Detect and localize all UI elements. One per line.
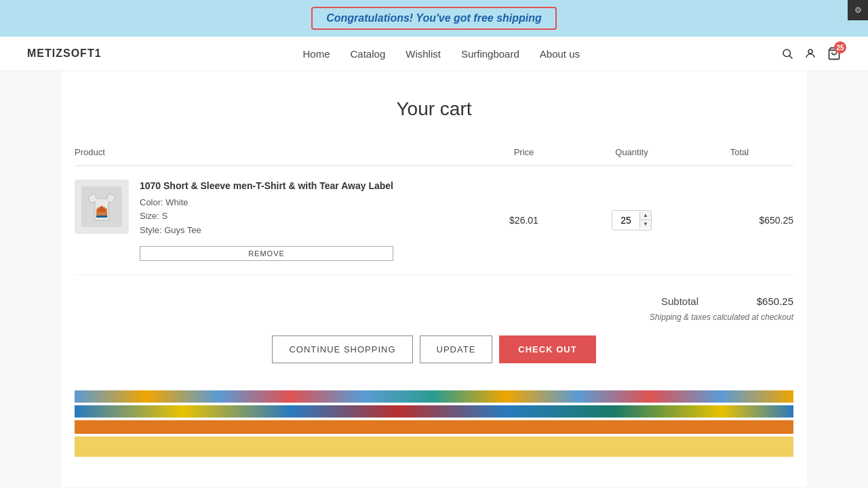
product-thumbnail [81, 186, 122, 227]
tax-note: Shipping & taxes calculated at checkout [650, 312, 793, 322]
search-icon [781, 47, 793, 60]
header: METIZSOFT1 Home Catalog Wishlist Surfing… [0, 37, 868, 71]
col-price: Price [470, 147, 578, 166]
product-color: Color: White [140, 196, 393, 210]
band-1 [75, 390, 793, 403]
col-total: Total [686, 147, 793, 166]
cart-wrapper: 25 [827, 47, 841, 60]
product-style: Style: Guys Tee [140, 224, 393, 238]
nav-home[interactable]: Home [303, 48, 330, 60]
qty-spinners: ▲ ▼ [639, 211, 651, 228]
logo[interactable]: METIZSOFT1 [27, 47, 102, 60]
action-buttons: CONTINUE SHOPPING UPDATE CHECK OUT [75, 336, 793, 363]
page-title: Your cart [75, 98, 793, 120]
product-meta: Color: White Size: S Style: Guys Tee [140, 196, 393, 238]
col-product: Product [75, 147, 470, 166]
svg-point-2 [808, 49, 812, 54]
band-2 [75, 405, 793, 418]
nav-about-us[interactable]: About us [540, 48, 580, 60]
checkout-button[interactable]: CHECK OUT [499, 336, 595, 363]
main-content: Your cart Product Price Quantity Total [61, 71, 807, 487]
subtotal-value: $650.25 [739, 296, 793, 307]
product-info: 1070 Short & Sleeve men-T-Shirt & with T… [140, 180, 393, 261]
product-size: Size: S [140, 209, 393, 224]
svg-rect-9 [96, 216, 107, 218]
banner-box: Congratulations! You've got free shippin… [311, 7, 557, 30]
quantity-input-wrapper: ▲ ▼ [612, 210, 652, 230]
bottom-bands [75, 390, 793, 457]
nav-wishlist[interactable]: Wishlist [406, 48, 441, 60]
account-button[interactable] [804, 47, 816, 60]
product-cell: 1070 Short & Sleeve men-T-Shirt & with T… [75, 180, 470, 261]
banner-text: Congratulations! You've got free shippin… [326, 12, 542, 24]
band-3 [75, 420, 793, 434]
search-button[interactable] [781, 47, 793, 60]
nav-catalog[interactable]: Catalog [351, 48, 386, 60]
top-banner: Congratulations! You've got free shippin… [0, 0, 868, 37]
table-row: 1070 Short & Sleeve men-T-Shirt & with T… [75, 166, 793, 275]
user-icon [804, 47, 816, 60]
qty-decrement[interactable]: ▼ [640, 220, 651, 228]
cart-badge: 25 [834, 41, 846, 54]
subtotal-label: Subtotal [661, 296, 698, 307]
qty-increment[interactable]: ▲ [640, 211, 651, 220]
product-image [75, 180, 129, 234]
svg-line-1 [789, 56, 792, 58]
product-name: 1070 Short & Sleeve men-T-Shirt & with T… [140, 180, 393, 193]
main-nav: Home Catalog Wishlist Surfingboard About… [303, 48, 580, 60]
banner-corner: ⚙ [848, 0, 868, 20]
svg-point-0 [783, 49, 791, 57]
subtotal-row: Subtotal $650.25 [661, 296, 793, 307]
continue-shopping-button[interactable]: CONTINUE SHOPPING [272, 336, 412, 363]
band-4 [75, 436, 793, 457]
quantity-input[interactable] [612, 211, 639, 230]
cart-table: Product Price Quantity Total [75, 147, 793, 275]
nav-surfingboard[interactable]: Surfingboard [461, 48, 519, 60]
gear-icon: ⚙ [854, 5, 862, 15]
col-quantity: Quantity [578, 147, 686, 166]
subtotal-section: Subtotal $650.25 Shipping & taxes calcul… [75, 296, 793, 322]
price-cell: $26.01 [470, 166, 578, 275]
total-cell: $650.25 [686, 166, 793, 275]
qty-cell: ▲ ▼ [578, 166, 686, 275]
remove-button[interactable]: REMOVE [140, 246, 393, 261]
header-icons: 25 [781, 47, 841, 60]
update-button[interactable]: UPDATE [420, 336, 493, 363]
